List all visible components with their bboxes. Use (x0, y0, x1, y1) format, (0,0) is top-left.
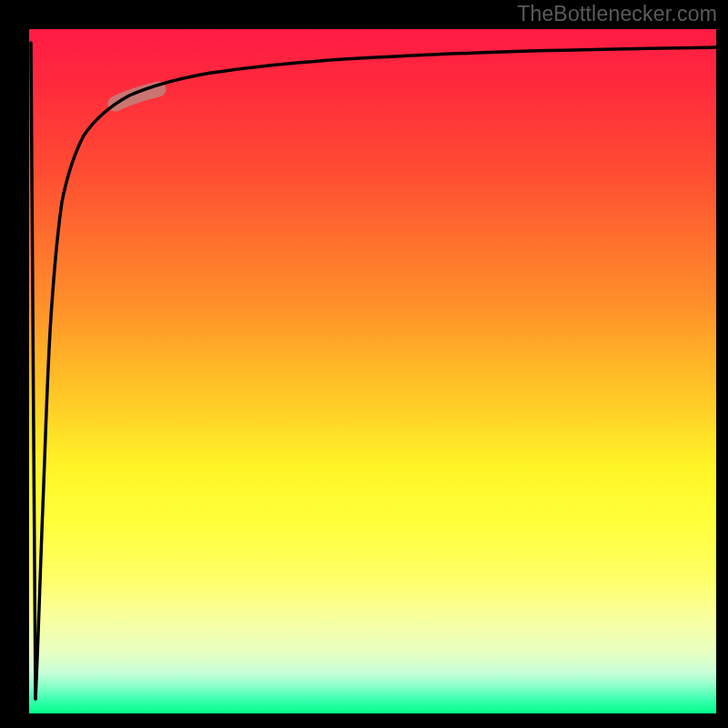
curve-overlay (29, 29, 716, 713)
curve-initial-drop (31, 43, 35, 699)
watermark-text: TheBottlenecker.com (517, 2, 717, 26)
chart-frame: TheBottlenecker.com (0, 0, 728, 728)
curve-main (35, 47, 716, 699)
plot-area (29, 29, 716, 713)
